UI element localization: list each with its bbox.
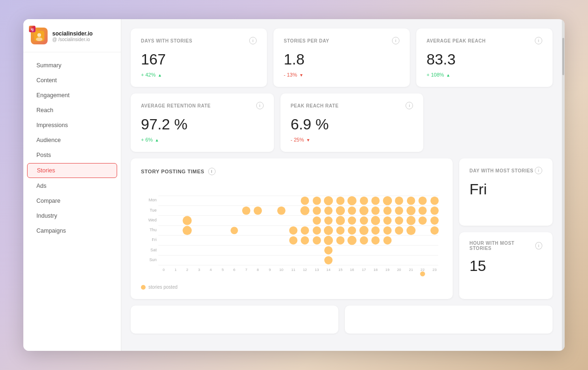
svg-point-68 bbox=[430, 206, 439, 215]
sidebar-item-compare[interactable]: Compare bbox=[27, 194, 117, 208]
bubble-chart-svg: .gl { stroke: #f0f0f0; stroke-width: 1; … bbox=[141, 183, 442, 281]
svg-point-56 bbox=[277, 206, 286, 215]
svg-point-85 bbox=[313, 226, 321, 235]
svg-point-104 bbox=[324, 246, 333, 255]
info-icon-hour[interactable]: i bbox=[535, 242, 542, 249]
svg-text:14: 14 bbox=[326, 268, 330, 272]
stories-per-day-title: STORIES PER DAY bbox=[284, 38, 329, 43]
sidebar-item-engagement[interactable]: Engagement bbox=[27, 88, 117, 102]
arrow-down-icon-2: ▼ bbox=[306, 138, 310, 142]
scroll-thumb[interactable] bbox=[562, 38, 564, 75]
peak-reach-rate-card: PEAK REACH RATE i 6.9 % - 25% ▼ bbox=[280, 93, 424, 152]
stories-per-day-change: - 13% bbox=[284, 72, 297, 78]
svg-point-94 bbox=[430, 226, 439, 235]
svg-point-42 bbox=[301, 197, 309, 205]
svg-text:7: 7 bbox=[245, 268, 247, 272]
svg-text:6: 6 bbox=[233, 268, 236, 272]
main-content: DAYS WITH STORIES i 167 + 42% ▲ STORIES … bbox=[121, 19, 562, 351]
svg-point-90 bbox=[371, 226, 380, 235]
svg-point-101 bbox=[360, 236, 368, 245]
avg-peak-reach-value: 83.3 bbox=[427, 51, 542, 68]
svg-text:17: 17 bbox=[362, 268, 366, 272]
svg-point-86 bbox=[324, 226, 333, 235]
info-icon-day[interactable]: i bbox=[535, 167, 542, 174]
svg-point-82 bbox=[231, 227, 238, 234]
hour-most-stories-card: HOUR WITH MOST STORIES i 15 bbox=[459, 232, 553, 299]
profile-handle: @ /socialinsider.io bbox=[52, 37, 93, 42]
svg-point-96 bbox=[301, 236, 309, 245]
svg-text:20: 20 bbox=[397, 268, 401, 272]
svg-point-73 bbox=[348, 216, 356, 225]
svg-text:19: 19 bbox=[385, 268, 390, 272]
hour-most-stories-value: 15 bbox=[469, 257, 542, 275]
svg-point-83 bbox=[289, 226, 298, 235]
avg-peak-reach-title: AVERAGE PEAK REACH bbox=[427, 38, 486, 43]
svg-point-99 bbox=[336, 236, 345, 245]
sidebar-item-ads[interactable]: Ads bbox=[27, 179, 117, 193]
stats-row-2: AVERAGE RETENTION RATE i 97.2 % + 6% ▲ P… bbox=[131, 93, 553, 152]
svg-text:Sun: Sun bbox=[149, 257, 157, 262]
svg-point-66 bbox=[406, 206, 415, 215]
svg-point-64 bbox=[383, 206, 392, 215]
svg-point-69 bbox=[182, 216, 191, 225]
svg-text:Sat: Sat bbox=[150, 248, 157, 252]
svg-point-57 bbox=[301, 206, 309, 215]
peak-reach-rate-value: 6.9 % bbox=[291, 116, 413, 133]
svg-point-79 bbox=[419, 216, 427, 225]
info-icon-chart[interactable]: i bbox=[208, 168, 216, 175]
svg-point-97 bbox=[313, 236, 321, 245]
svg-point-59 bbox=[324, 206, 333, 215]
svg-point-81 bbox=[182, 226, 191, 235]
svg-point-65 bbox=[395, 206, 403, 215]
days-with-stories-card: DAYS WITH STORIES i 167 + 42% ▲ bbox=[131, 28, 267, 87]
svg-point-93 bbox=[406, 226, 415, 235]
sidebar-item-industry[interactable]: Industry bbox=[27, 209, 117, 223]
app-window: ig socialinsider.io @ /socialinsider.io … bbox=[23, 19, 565, 351]
info-icon-avg-retention[interactable]: i bbox=[256, 102, 264, 109]
avg-peak-reach-change: + 108% bbox=[427, 72, 444, 78]
legend-dot bbox=[141, 285, 146, 290]
info-icon-avg-peak-reach[interactable]: i bbox=[535, 37, 542, 44]
info-icon-peak-reach-rate[interactable]: i bbox=[406, 102, 413, 109]
svg-text:11: 11 bbox=[291, 268, 295, 272]
info-icon-days[interactable]: i bbox=[249, 37, 257, 44]
sidebar-item-summary[interactable]: Summary bbox=[27, 58, 117, 72]
svg-point-61 bbox=[348, 206, 356, 215]
sidebar-item-reach[interactable]: Reach bbox=[27, 103, 117, 117]
card-header: DAYS WITH STORIES i bbox=[141, 37, 257, 44]
peak-reach-rate-title: PEAK REACH RATE bbox=[291, 103, 339, 108]
svg-text:0: 0 bbox=[162, 268, 165, 272]
sidebar-profile: ig socialinsider.io @ /socialinsider.io bbox=[23, 19, 121, 52]
svg-point-52 bbox=[419, 197, 427, 205]
info-icon-stories-per-day[interactable]: i bbox=[392, 37, 399, 44]
sidebar-item-stories[interactable]: Stories bbox=[27, 163, 117, 178]
sidebar-nav: Summary Content Engagement Reach Impress… bbox=[23, 52, 121, 351]
svg-point-92 bbox=[395, 226, 403, 235]
sidebar-item-content[interactable]: Content bbox=[27, 73, 117, 87]
avg-retention-value: 97.2 % bbox=[141, 116, 264, 133]
hour-most-stories-title: HOUR WITH MOST STORIES bbox=[469, 241, 535, 251]
svg-point-71 bbox=[324, 216, 333, 225]
svg-text:13: 13 bbox=[315, 268, 319, 272]
svg-point-48 bbox=[371, 197, 380, 205]
scrollbar[interactable] bbox=[562, 19, 565, 351]
sidebar-item-campaigns[interactable]: Campaigns bbox=[27, 224, 117, 238]
svg-text:21: 21 bbox=[409, 268, 413, 272]
svg-point-2 bbox=[36, 37, 42, 41]
sidebar-item-impressions[interactable]: Impressions bbox=[27, 118, 117, 132]
svg-point-103 bbox=[383, 236, 392, 245]
svg-point-53 bbox=[430, 197, 439, 205]
sidebar-item-posts[interactable]: Posts bbox=[27, 148, 117, 162]
avg-retention-change: + 6% bbox=[141, 137, 153, 142]
svg-text:Thu: Thu bbox=[149, 228, 156, 232]
svg-point-44 bbox=[324, 196, 333, 205]
sidebar-item-audience[interactable]: Audience bbox=[27, 133, 117, 147]
day-most-stories-card: DAY WITH MOST STORIES i Fri bbox=[459, 158, 553, 226]
arrow-up-icon-2: ▲ bbox=[446, 73, 450, 78]
svg-point-43 bbox=[313, 197, 321, 205]
svg-text:3: 3 bbox=[198, 268, 201, 272]
svg-point-75 bbox=[371, 216, 380, 225]
svg-point-80 bbox=[430, 216, 439, 225]
svg-text:9: 9 bbox=[269, 268, 271, 272]
svg-point-1 bbox=[37, 33, 41, 37]
